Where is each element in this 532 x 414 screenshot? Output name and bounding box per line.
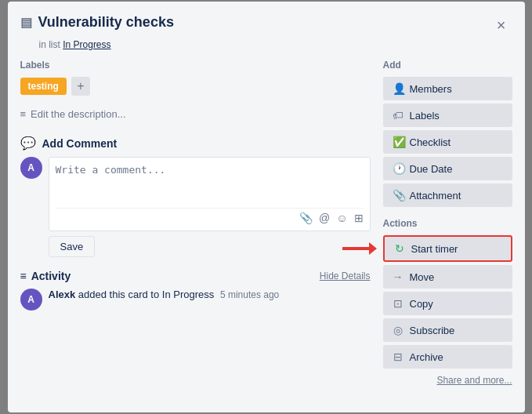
activity-text: Alexk added this card to In Progress 5 m… [49,289,280,300]
start-timer-label: Start timer [411,243,458,255]
sidebar-add-section: Add 👤 Members 🏷 Labels ✅ Checklist 🕐 Due… [383,60,512,207]
checklist-label: Checklist [410,136,451,148]
add-comment-title: Add Comment [42,137,118,150]
timer-icon: ↻ [394,242,405,255]
activity-action: added this card to In Progress [78,289,217,300]
copy-icon: ⊡ [393,297,404,310]
attachment-icon[interactable]: 📎 [299,212,313,224]
activity-item: A Alexk added this card to In Progress 5… [20,289,371,310]
modal-header: ▤ Vulnerability checks × [20,14,512,36]
sidebar-column: Add 👤 Members 🏷 Labels ✅ Checklist 🕐 Due… [383,60,512,400]
copy-button[interactable]: ⊡ Copy [383,292,512,315]
labels-label: Labels [410,110,440,122]
labels-button[interactable]: 🏷 Labels [383,104,512,127]
subscribe-button[interactable]: ◎ Subscribe [383,318,512,342]
due-date-label: Due Date [410,163,453,175]
activity-title-text: Activity [31,270,71,282]
comment-icon: 💬 [20,136,36,151]
activity-timestamp: 5 minutes ago [220,289,279,300]
labels-row: testing + [20,77,371,96]
arrow-indicator [342,247,371,250]
checklist-icon: ✅ [393,136,404,148]
modal: ▤ Vulnerability checks × in list In Prog… [8,2,525,412]
subscribe-label: Subscribe [410,325,455,336]
format-icon[interactable]: ⊞ [354,212,364,224]
attachment-label: Attachment [410,190,461,202]
close-button[interactable]: × [490,14,512,36]
add-comment-section: 💬 Add Comment A 📎 @ ☺ ⊞ Sa [20,136,371,257]
archive-icon: ⊟ [393,350,404,363]
due-date-button[interactable]: 🕐 Due Date [383,157,512,180]
arrow-body [342,247,371,250]
sidebar-actions-label: Actions [383,218,512,229]
members-button[interactable]: 👤 Members [383,77,512,100]
comment-input[interactable] [56,164,364,202]
add-label-button[interactable]: + [71,77,90,96]
comment-row: A 📎 @ ☺ ⊞ [20,157,371,231]
user-avatar: A [20,157,42,179]
main-column: Labels testing + ≡ Edit the description.… [20,60,371,400]
add-comment-header: 💬 Add Comment [20,136,371,151]
members-label: Members [410,83,452,95]
start-timer-button[interactable]: ↻ Start timer [383,235,512,262]
comment-box: 📎 @ ☺ ⊞ [49,157,371,231]
activity-title: ≡ Activity [20,270,71,282]
labels-section-label: Labels [20,60,371,71]
description-icon: ≡ [20,108,27,120]
emoji-icon[interactable]: ☺ [336,212,347,224]
labels-icon: 🏷 [393,109,404,122]
archive-button[interactable]: ⊟ Archive [383,345,512,369]
mention-icon[interactable]: @ [319,212,330,224]
activity-section: ≡ Activity Hide Details A Alexk added th… [20,270,371,310]
start-timer-wrapper: ↻ Start timer [383,235,512,262]
due-date-icon: 🕐 [393,162,404,175]
in-list-link[interactable]: In Progress [63,39,110,50]
label-chip-testing[interactable]: testing [20,78,67,95]
sidebar-add-label: Add [383,60,512,71]
hide-details-button[interactable]: Hide Details [320,271,371,281]
move-button[interactable]: → Move [383,265,512,289]
move-icon: → [393,271,404,283]
edit-description[interactable]: ≡ Edit the description... [20,105,371,123]
sidebar-actions-section: Actions ↻ Start timer → Move [383,218,512,389]
attachment-btn-icon: 📎 [393,189,404,202]
save-button[interactable]: Save [49,236,96,257]
modal-body: Labels testing + ≡ Edit the description.… [20,60,512,400]
activity-username: Alexk [49,289,76,300]
card-icon: ▤ [20,15,32,30]
comment-toolbar: 📎 @ ☺ ⊞ [56,208,364,224]
description-text: Edit the description... [31,108,125,120]
move-label: Move [410,271,435,283]
modal-title-text: Vulnerability checks [38,14,174,31]
subscribe-icon: ◎ [393,324,404,336]
copy-label: Copy [410,298,433,310]
share-more-button[interactable]: Share and more... [383,372,512,389]
modal-title: ▤ Vulnerability checks [20,14,174,31]
archive-label: Archive [410,351,443,363]
activity-icon: ≡ [20,270,27,282]
in-list: in list In Progress [39,39,512,50]
activity-avatar: A [20,289,42,310]
attachment-button[interactable]: 📎 Attachment [383,183,512,207]
members-icon: 👤 [393,82,404,95]
checklist-button[interactable]: ✅ Checklist [383,130,512,154]
activity-header: ≡ Activity Hide Details [20,270,371,282]
